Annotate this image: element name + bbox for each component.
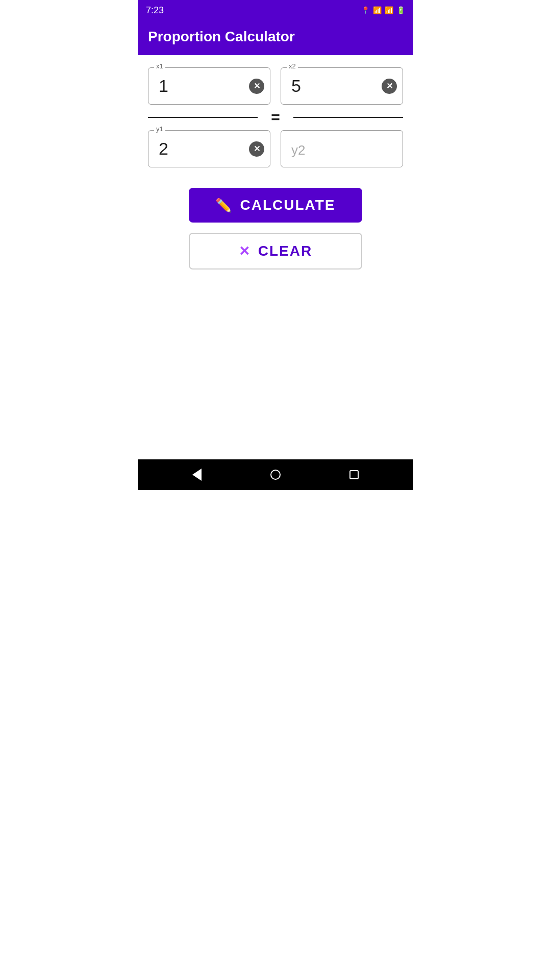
buttons-container: ✏️ CALCULATE ✕ CLEAR [148,188,403,270]
calculate-button[interactable]: ✏️ CALCULATE [189,188,362,223]
y2-input[interactable] [281,130,403,167]
x-icon: ✕ [239,243,251,259]
y2-wrapper [281,130,403,167]
top-input-row: x1 ✕ x2 ✕ [148,67,403,105]
home-icon [270,470,281,480]
status-icons: 📍 📶 📶 🔋 [361,6,405,14]
recents-icon [349,470,359,479]
clear-label: CLEAR [258,243,312,259]
x1-clear-button[interactable]: ✕ [249,79,264,94]
calculate-label: CALCULATE [240,197,335,213]
clear-button[interactable]: ✕ CLEAR [189,233,362,270]
status-bar: 7:23 📍 📶 📶 🔋 [138,0,413,20]
home-button[interactable] [270,470,281,480]
battery-icon: 🔋 [396,6,405,14]
bottom-navigation [138,459,413,490]
x2-clear-button[interactable]: ✕ [382,79,397,94]
right-divider [293,117,403,118]
location-icon: 📍 [361,6,370,14]
x1-label: x1 [154,62,165,70]
y1-label: y1 [154,125,165,133]
main-content: x1 ✕ x2 ✕ = y1 ✕ ✏️ CALCULATE [138,55,413,459]
wifi-icon: 📶 [373,6,382,14]
x2-wrapper: x2 ✕ [281,67,403,105]
bottom-input-row: y1 ✕ [148,130,403,167]
left-divider [148,117,258,118]
equals-sign: = [268,109,283,126]
recents-button[interactable] [349,470,359,479]
x1-wrapper: x1 ✕ [148,67,270,105]
y1-clear-button[interactable]: ✕ [249,141,264,157]
back-icon [192,469,202,481]
status-time: 7:23 [146,5,164,16]
signal-icon: 📶 [385,6,393,14]
back-button[interactable] [192,469,202,481]
app-header: Proportion Calculator [138,20,413,55]
page-title: Proportion Calculator [148,29,403,45]
y1-wrapper: y1 ✕ [148,130,270,167]
x2-label: x2 [287,62,298,70]
pencil-icon: ✏️ [215,198,233,213]
divider-row: = [148,109,403,126]
